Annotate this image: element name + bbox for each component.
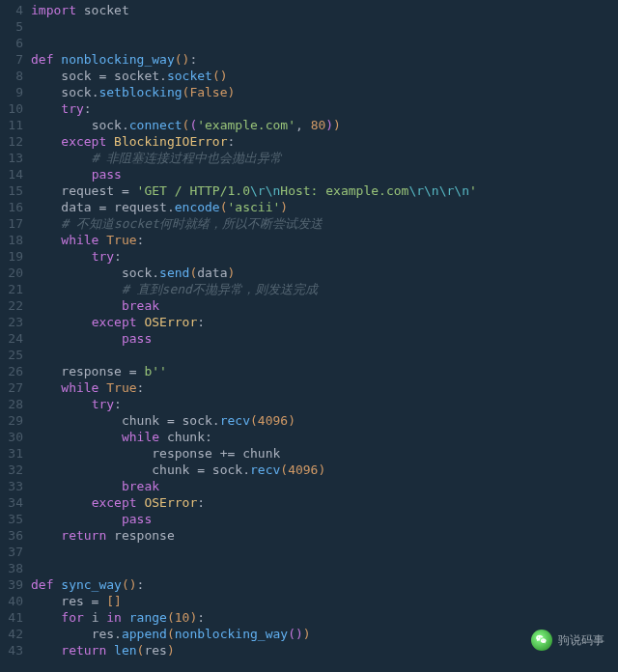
line-number: 27 (0, 379, 23, 396)
line-number: 32 (0, 462, 23, 478)
code-line: except OSError: (31, 314, 618, 330)
line-number: 16 (0, 199, 23, 215)
line-number: 42 (0, 626, 23, 642)
code-line: try: (31, 100, 618, 117)
line-number: 43 (0, 642, 23, 658)
code-line: break (31, 478, 618, 494)
watermark-text: 驹说码事 (558, 632, 604, 649)
code-line (31, 544, 618, 560)
line-number: 31 (0, 445, 23, 462)
code-line: chunk = sock.recv(4096) (31, 462, 618, 478)
code-line: def sync_way(): (31, 576, 618, 593)
code-line: while True: (31, 232, 618, 248)
code-line: import socket (31, 2, 618, 18)
code-line: break (31, 297, 618, 314)
line-number: 25 (0, 347, 23, 363)
code-line: sock.connect(('example.com', 80)) (31, 117, 618, 133)
line-number: 13 (0, 150, 23, 166)
code-line: res = [] (31, 593, 618, 609)
code-line: return response (31, 527, 618, 544)
chat-bubble-icon (535, 633, 548, 647)
line-number: 8 (0, 68, 23, 84)
line-number: 29 (0, 412, 23, 429)
line-number: 36 (0, 527, 23, 544)
line-number: 23 (0, 314, 23, 330)
wechat-icon (531, 630, 552, 651)
code-line: try: (31, 396, 618, 412)
code-line (31, 35, 618, 51)
line-number: 11 (0, 117, 23, 133)
code-line: sock.send(data) (31, 265, 618, 281)
line-number: 21 (0, 281, 23, 297)
line-number: 40 (0, 593, 23, 609)
line-number: 10 (0, 100, 23, 117)
line-number: 28 (0, 396, 23, 412)
code-line: response += chunk (31, 445, 618, 462)
line-number: 18 (0, 232, 23, 248)
code-line: response = b'' (31, 363, 618, 379)
code-line: pass (31, 511, 618, 527)
code-line: except BlockingIOError: (31, 133, 618, 150)
wechat-watermark: 驹说码事 (531, 630, 604, 651)
code-line (31, 560, 618, 576)
line-number: 30 (0, 429, 23, 445)
code-line: except OSError: (31, 494, 618, 511)
line-number: 19 (0, 248, 23, 265)
line-number: 20 (0, 265, 23, 281)
line-number: 34 (0, 494, 23, 511)
line-number-gutter: 4567891011121314151617181920212223242526… (0, 2, 31, 658)
code-line: # 非阻塞连接过程中也会抛出异常 (31, 150, 618, 166)
code-line: for i in range(10): (31, 609, 618, 626)
line-number: 12 (0, 133, 23, 150)
code-line: while True: (31, 379, 618, 396)
code-line: # 直到send不抛异常，则发送完成 (31, 281, 618, 297)
line-number: 39 (0, 576, 23, 593)
line-number: 35 (0, 511, 23, 527)
code-line (31, 347, 618, 363)
line-number: 15 (0, 182, 23, 199)
line-number: 17 (0, 215, 23, 232)
code-line: # 不知道socket何时就绪，所以不断尝试发送 (31, 215, 618, 232)
code-line: data = request.encode('ascii') (31, 199, 618, 215)
line-number: 14 (0, 166, 23, 182)
code-line: pass (31, 166, 618, 182)
line-number: 9 (0, 84, 23, 100)
line-number: 24 (0, 330, 23, 347)
code-line: return len(res) (31, 642, 618, 658)
code-line: pass (31, 330, 618, 347)
code-line: res.append(nonblocking_way()) (31, 626, 618, 642)
line-number: 4 (0, 2, 23, 18)
code-line: try: (31, 248, 618, 265)
line-number: 7 (0, 51, 23, 68)
code-editor: 4567891011121314151617181920212223242526… (0, 0, 618, 658)
code-line: sock = socket.socket() (31, 68, 618, 84)
code-content: import socket def nonblocking_way(): soc… (31, 2, 618, 658)
code-line (31, 18, 618, 35)
line-number: 41 (0, 609, 23, 626)
code-line: request = 'GET / HTTP/1.0\r\nHost: examp… (31, 182, 618, 199)
code-line: sock.setblocking(False) (31, 84, 618, 100)
line-number: 33 (0, 478, 23, 494)
code-line: def nonblocking_way(): (31, 51, 618, 68)
code-line: while chunk: (31, 429, 618, 445)
line-number: 5 (0, 18, 23, 35)
line-number: 37 (0, 544, 23, 560)
line-number: 26 (0, 363, 23, 379)
line-number: 22 (0, 297, 23, 314)
line-number: 6 (0, 35, 23, 51)
line-number: 38 (0, 560, 23, 576)
code-line: chunk = sock.recv(4096) (31, 412, 618, 429)
